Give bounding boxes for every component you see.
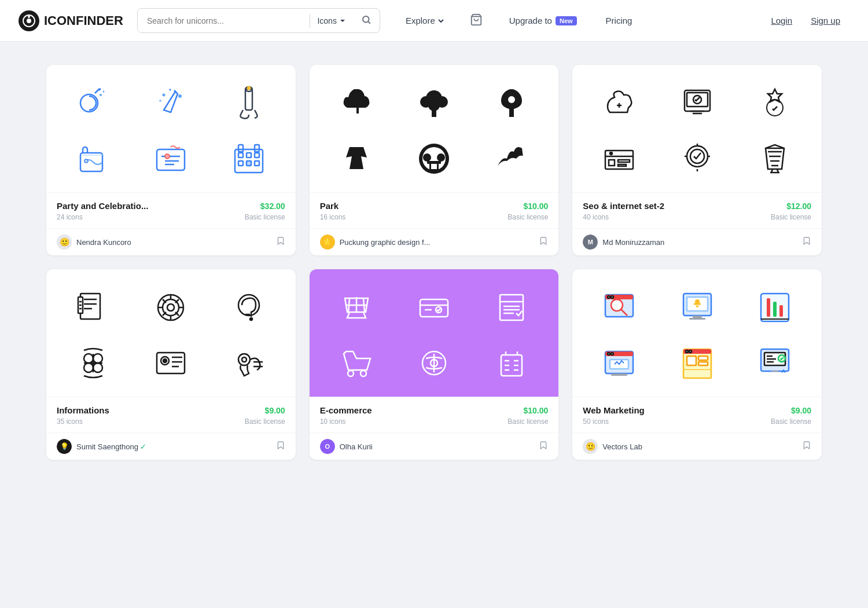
login-button[interactable]: Login [762,11,801,30]
svg-rect-14 [80,153,102,171]
svg-rect-113 [779,305,783,317]
card-count: 16 icons [320,213,346,221]
bookmark-button[interactable] [802,441,811,452]
preview-icon-1 [415,289,453,326]
card-author: O Olha Kurii [310,433,559,460]
card-license: Basic license [771,213,811,221]
bookmark-button[interactable] [802,236,811,248]
card-preview[interactable] [572,65,822,192]
svg-rect-11 [245,89,252,110]
preview-icon-1 [679,85,716,122]
card-preview[interactable] [572,269,822,397]
svg-rect-127 [698,362,708,365]
author-name: Puckung graphic design f... [340,238,431,247]
new-badge: New [556,16,577,25]
preview-icon-3 [75,140,112,177]
auth-nav: Login Sign up [762,11,849,30]
card-meta-row: 40 icons Basic license [583,213,811,221]
author-name: Md Moniruzzaman [602,238,664,247]
logo[interactable]: ICONFINDER [19,10,123,31]
svg-point-15 [84,159,88,163]
card-price: $12.00 [786,202,811,211]
bookmark-button[interactable] [276,236,285,248]
author-info[interactable]: 💡 Sumit Saengthong✓ [57,439,146,454]
preview-icon-3 [338,140,375,177]
preview-icon-0 [338,289,375,326]
author-info[interactable]: 🌟 Puckung graphic design f... [320,235,431,250]
preview-icon-1 [415,85,453,122]
icon-pack-card: Party and Celebratio... $32.00 24 icons … [46,65,296,255]
card-name: E-commerce [320,405,372,415]
svg-point-2 [28,16,30,18]
svg-rect-22 [255,153,259,158]
card-meta-row: 50 icons Basic license [583,417,811,426]
svg-rect-21 [247,153,251,158]
svg-point-76 [163,359,167,362]
card-license: Basic license [771,417,811,426]
card-count: 24 icons [57,213,83,221]
bookmark-button[interactable] [539,441,548,452]
author-info[interactable]: O Olha Kurii [320,439,373,454]
search-button[interactable] [353,9,380,32]
author-info[interactable]: 🙂 Nendra Kuncoro [57,235,131,250]
card-title-row: Seo & internet set-2 $12.00 [583,201,811,211]
preview-icon-5 [230,140,267,177]
svg-point-80 [238,354,250,365]
svg-point-66 [250,318,252,320]
author-name: Nendra Kuncoro [76,238,131,247]
bookmark-button[interactable] [539,236,548,248]
author-info[interactable]: 🙂 Vectors Lab [583,439,642,454]
svg-point-7 [103,91,105,93]
icon-packs-grid: Party and Celebratio... $32.00 24 icons … [46,65,822,460]
card-license: Basic license [245,417,285,426]
preview-icon-1 [152,289,189,326]
search-type-dropdown[interactable]: Icons [310,16,352,25]
preview-icon-1 [679,289,716,326]
author-name: Olha Kurii [340,442,373,451]
logo-icon [19,10,39,31]
svg-point-9 [163,94,165,97]
preview-icon-4 [415,345,453,382]
svg-point-18 [165,154,170,159]
preview-icon-0 [75,289,112,326]
card-title-row: Informations $9.00 [57,405,285,415]
cart-button[interactable] [465,9,487,33]
verified-badge: ✓ [140,442,146,451]
preview-icon-5 [493,140,530,177]
preview-icon-2 [493,289,530,326]
svg-rect-49 [618,160,630,162]
card-preview[interactable] [310,269,559,397]
nav-explore[interactable]: Explore [399,11,451,30]
svg-rect-27 [255,145,259,152]
card-preview[interactable] [310,65,559,192]
preview-icon-0 [75,85,112,122]
svg-rect-17 [157,149,185,170]
svg-rect-26 [238,145,243,152]
svg-rect-86 [420,299,448,317]
card-meta-row: 35 icons Basic license [57,417,285,426]
svg-point-51 [610,152,612,155]
bookmark-button[interactable] [276,441,285,452]
search-input[interactable] [138,10,310,31]
svg-rect-24 [247,161,251,166]
svg-point-33 [508,96,515,103]
upgrade-button[interactable]: Upgrade to New [501,11,585,30]
svg-rect-109 [689,318,705,320]
preview-icon-3 [338,345,375,382]
preview-icon-2 [493,85,530,122]
card-preview[interactable] [46,269,296,397]
card-preview[interactable] [46,65,296,192]
svg-point-81 [242,357,247,362]
svg-rect-90 [500,295,523,320]
preview-icon-0 [338,85,375,122]
signup-button[interactable]: Sign up [801,11,849,30]
author-info[interactable]: M Md Moniruzzaman [583,235,664,250]
pricing-link[interactable]: Pricing [599,11,639,30]
chevron-down-icon [339,17,346,24]
card-author: 💡 Sumit Saengthong✓ [46,433,296,460]
card-meta-row: 16 icons Basic license [320,213,549,221]
preview-icon-5 [756,345,793,382]
svg-point-13 [248,87,250,89]
svg-rect-23 [238,161,243,166]
avatar: O [320,439,335,454]
